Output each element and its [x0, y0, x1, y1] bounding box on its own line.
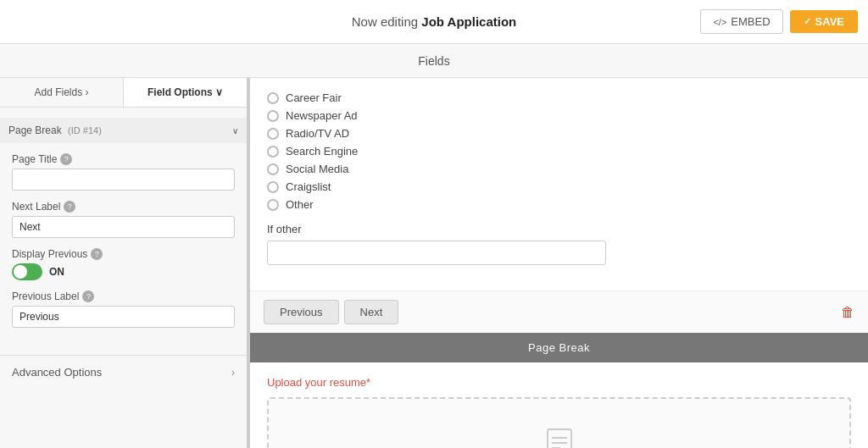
- radio-label-search-engine: Search Engine: [286, 145, 358, 158]
- next-label-input[interactable]: [12, 216, 235, 238]
- page-break-label: Page Break: [528, 341, 590, 354]
- toggle-knob: [14, 265, 27, 279]
- upload-label-text: Upload your resume: [267, 376, 366, 389]
- next-label-label: Next Label ?: [12, 201, 235, 213]
- fields-title: Fields: [418, 54, 449, 68]
- radio-label-craigslist: Craigslist: [286, 180, 331, 193]
- radio-label-newspaper: Newspaper Ad: [286, 109, 358, 122]
- top-bar-actions: </> EMBED ✓ SAVE: [700, 9, 858, 34]
- right-panel: Career Fair Newspaper Ad Radio/TV AD Sea…: [250, 78, 868, 448]
- code-icon: </>: [713, 17, 726, 27]
- page-title-group: Page Title ?: [12, 153, 235, 191]
- radio-circle-social-media[interactable]: [267, 163, 279, 175]
- upload-icon: [286, 424, 832, 448]
- page-title-label-text: Page Title: [12, 153, 57, 165]
- upload-section: Upload your resume* Click or drag a file…: [250, 362, 868, 448]
- radio-label-career-fair: Career Fair: [286, 91, 342, 104]
- radio-circle-radio-tv[interactable]: [267, 128, 279, 140]
- page-break-bar: Page Break: [250, 333, 868, 362]
- list-item: Craigslist: [267, 180, 851, 193]
- display-previous-label: Display Previous ?: [12, 248, 235, 260]
- list-item: Search Engine: [267, 145, 851, 158]
- upload-required-star: *: [366, 376, 370, 389]
- tab-bar: Add Fields › Field Options ∨: [0, 78, 247, 108]
- display-previous-toggle[interactable]: [12, 263, 42, 280]
- upload-label: Upload your resume*: [267, 376, 851, 389]
- page-break-section-title: Page Break (ID #14): [8, 124, 102, 136]
- radio-circle-career-fair[interactable]: [267, 92, 279, 104]
- previous-button[interactable]: Previous: [264, 300, 339, 324]
- radio-label-radio-tv: Radio/TV AD: [286, 127, 349, 140]
- fields-bar: Fields: [0, 44, 868, 78]
- list-item: Social Media: [267, 163, 851, 175]
- display-previous-help-icon[interactable]: ?: [91, 248, 103, 260]
- save-button[interactable]: ✓ SAVE: [790, 10, 858, 33]
- previous-label-help-icon[interactable]: ?: [82, 290, 94, 302]
- next-label-text: Next Label: [12, 201, 60, 213]
- tab-field-options[interactable]: Field Options ∨: [124, 78, 247, 107]
- check-icon: ✓: [804, 16, 811, 27]
- radio-circle-other[interactable]: [267, 199, 279, 211]
- radio-label-other: Other: [286, 198, 314, 211]
- previous-label-input[interactable]: [12, 306, 235, 328]
- editing-prefix: Now editing: [352, 14, 422, 29]
- list-item: Newspaper Ad: [267, 109, 851, 122]
- display-previous-text: Display Previous: [12, 248, 87, 260]
- if-other-label: If other: [267, 223, 851, 235]
- advanced-options-label: Advanced Options: [12, 366, 102, 379]
- advanced-options-section[interactable]: Advanced Options ›: [0, 355, 247, 389]
- toggle-row: ON: [12, 263, 235, 280]
- embed-label: EMBED: [731, 15, 770, 28]
- top-bar: Now editing Job Application </> EMBED ✓ …: [0, 0, 868, 44]
- radio-circle-search-engine[interactable]: [267, 146, 279, 158]
- page-title-help-icon[interactable]: ?: [60, 153, 72, 165]
- section-id-text: (ID #14): [68, 125, 102, 136]
- upload-dropzone[interactable]: Click or drag a file to this area to upl…: [267, 397, 851, 448]
- next-label-help-icon[interactable]: ?: [64, 201, 75, 213]
- form-content: Career Fair Newspaper Ad Radio/TV AD Sea…: [250, 78, 868, 290]
- page-title-input[interactable]: [12, 169, 235, 191]
- next-label-group: Next Label ?: [12, 201, 235, 238]
- nav-buttons-row: Previous Next 🗑: [250, 290, 868, 333]
- delete-icon[interactable]: 🗑: [841, 305, 854, 320]
- list-item: Career Fair: [267, 91, 851, 104]
- field-options-tab-label: Field Options ∨: [147, 86, 223, 98]
- page-break-section-header[interactable]: Page Break (ID #14) ∨: [0, 118, 247, 143]
- left-panel: Add Fields › Field Options ∨ Page Break …: [0, 78, 250, 448]
- section-title-text: Page Break: [8, 124, 62, 136]
- field-options-content: Page Break (ID #14) ∨ Page Title ? Next …: [0, 108, 247, 348]
- add-fields-tab-label: Add Fields ›: [34, 86, 88, 98]
- page-title-label: Page Title ?: [12, 153, 235, 165]
- form-name: Job Application: [421, 14, 516, 29]
- previous-label-group: Previous Label ?: [12, 290, 235, 328]
- previous-label-text: Previous Label: [12, 290, 79, 302]
- list-item: Other: [267, 198, 851, 211]
- radio-group: Career Fair Newspaper Ad Radio/TV AD Sea…: [267, 91, 851, 211]
- radio-circle-newspaper[interactable]: [267, 110, 279, 122]
- radio-label-social-media: Social Media: [286, 163, 348, 175]
- save-label: SAVE: [815, 15, 844, 28]
- list-item: Radio/TV AD: [267, 127, 851, 140]
- next-button[interactable]: Next: [344, 300, 399, 324]
- editing-title: Now editing Job Application: [352, 14, 517, 29]
- section-chevron-icon: ∨: [232, 126, 238, 136]
- radio-circle-craigslist[interactable]: [267, 181, 279, 193]
- previous-label-label: Previous Label ?: [12, 290, 235, 302]
- tab-add-fields[interactable]: Add Fields ›: [0, 78, 124, 107]
- display-previous-group: Display Previous ? ON: [12, 248, 235, 280]
- toggle-state-label: ON: [49, 266, 64, 278]
- embed-button[interactable]: </> EMBED: [700, 9, 782, 34]
- if-other-input[interactable]: [267, 241, 606, 265]
- main-layout: Add Fields › Field Options ∨ Page Break …: [0, 78, 868, 448]
- advanced-options-chevron-icon: ›: [231, 367, 235, 379]
